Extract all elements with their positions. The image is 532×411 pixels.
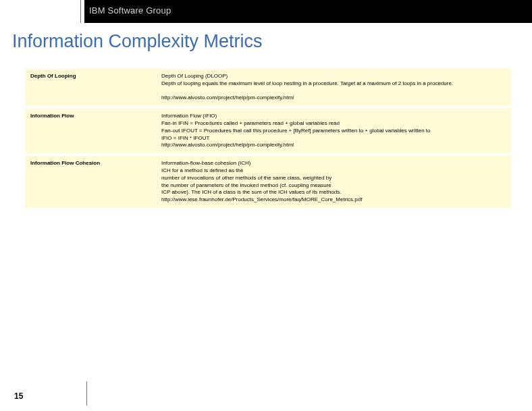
page-title: Information Complexity Metrics [12,31,263,52]
table-row: Depth Of Looping Depth Of Looping (DLOOP… [25,69,511,106]
metric-desc-text: Information-flow-base cohesion (ICH) ICH… [161,160,506,204]
table-row: Information Flow Cohesion Information-fl… [25,156,511,208]
table-row: Information Flow Information Flow (IFIO)… [25,109,511,153]
top-bar-divider [80,0,81,23]
footer-divider [86,381,87,406]
brand-group-label: IBM Software Group [89,5,171,16]
top-bar: IBM Software Group [0,0,532,23]
metric-name-cell: Depth Of Looping [25,69,156,106]
page-number: 15 [14,391,23,401]
metrics-table: Depth Of Looping Depth Of Looping (DLOOP… [25,69,511,208]
metric-name-cell: Information Flow Cohesion [25,156,156,208]
metric-desc-text: Depth Of Looping (DLOOP) Depth of loopin… [161,73,506,102]
metric-desc-cell: Depth Of Looping (DLOOP) Depth of loopin… [156,69,511,106]
metric-desc-text: Information Flow (IFIO) Fan-in IFIN = Pr… [161,113,506,149]
metric-desc-cell: Information-flow-base cohesion (ICH) ICH… [156,156,511,208]
metric-desc-cell: Information Flow (IFIO) Fan-in IFIN = Pr… [156,109,511,153]
metric-name-cell: Information Flow [25,109,156,153]
